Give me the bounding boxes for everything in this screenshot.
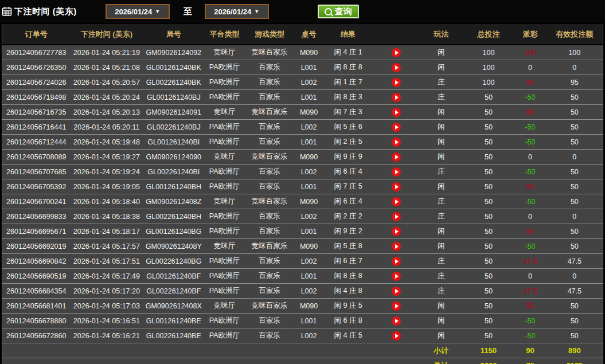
play-icon: [395, 80, 399, 85]
video-play-button[interactable]: [392, 302, 401, 311]
platform-type-cell: PA欧洲厅: [204, 60, 245, 75]
bet-time-filter-label: 下注时间 (美东): [14, 6, 77, 17]
play-side-cell: 闲: [419, 105, 463, 120]
play-side-cell: 闲: [419, 299, 463, 314]
video-play-button[interactable]: [392, 63, 401, 72]
result-cell: 闲 8 庄 8: [323, 60, 373, 75]
video-play-button[interactable]: [392, 316, 401, 326]
play-side-cell: 闲: [419, 135, 463, 150]
bet-time-cell: 2026-01-24 05:17:49: [70, 269, 143, 284]
video-play-button[interactable]: [392, 272, 401, 281]
table-row: 2601240566956712026-01-24 05:18:17GL0012…: [2, 224, 603, 239]
round-id-cell: GL001261240BF: [143, 269, 204, 284]
video-play-button[interactable]: [392, 212, 401, 221]
total-bet-cell: 50: [463, 194, 514, 209]
date-to-select[interactable]: 2026/01/24 ▼: [205, 4, 269, 19]
total-bet-cell: 50: [463, 224, 514, 239]
round-id-cell: GL002261240BH: [143, 209, 204, 224]
game-type-cell: 竞咪百家乐: [245, 299, 295, 314]
total-bet-cell: 50: [463, 269, 514, 284]
bet-time-cell: 2026-01-24 05:20:24: [70, 90, 143, 105]
table-no-cell: L002: [294, 209, 323, 224]
table-no-cell: L001: [294, 135, 323, 150]
col-valid-bet: 有效投注额: [547, 24, 603, 45]
total-bet-cell: 100: [463, 60, 514, 75]
payout-cell: -50: [514, 328, 546, 343]
play-side-cell: 闲: [419, 120, 463, 135]
payout-cell: 50: [514, 299, 546, 314]
video-play-button[interactable]: [392, 242, 401, 251]
order-id-cell: 260124056708089: [2, 150, 71, 165]
order-id-cell: 260124056699833: [2, 209, 71, 224]
bet-time-cell: 2026-01-24 05:20:57: [70, 75, 143, 90]
play-icon: [395, 289, 399, 293]
subtotal-label: 小计: [419, 343, 463, 358]
table-no-cell: M090: [294, 299, 323, 314]
table-no-cell: L001: [294, 224, 323, 239]
order-id-cell: 260124056692019: [2, 239, 71, 254]
bet-time-cell: 2026-01-24 05:16:51: [70, 314, 143, 328]
order-id-cell: 260124056712444: [2, 135, 71, 150]
video-play-button[interactable]: [392, 257, 401, 266]
video-play-button[interactable]: [392, 138, 401, 147]
table-no-cell: L002: [294, 284, 323, 299]
table-no-cell: L001: [294, 90, 323, 105]
video-play-button[interactable]: [392, 78, 401, 87]
payout-cell: -50: [514, 314, 546, 328]
valid-bet-cell: 50: [547, 328, 603, 343]
payout-cell: 47.5: [514, 284, 546, 299]
table-footer: 小计 1150 90 890 总计 2600 75 2175: [2, 343, 603, 364]
bet-time-cell: 2026-01-24 05:17:03: [70, 299, 143, 314]
chevron-down-icon: ▼: [254, 9, 259, 14]
bet-time-cell: 2026-01-24 05:16:21: [70, 328, 143, 343]
platform-type-cell: PA欧洲厅: [204, 165, 245, 179]
order-id-cell: 260124056724026: [2, 75, 71, 90]
play-icon: [395, 50, 399, 55]
video-cell: [373, 224, 419, 239]
round-id-cell: GL002261240BI: [143, 165, 204, 179]
total-bet-cell: 100: [463, 75, 514, 90]
play-icon: [395, 125, 399, 130]
play-icon: [395, 304, 399, 308]
game-type-cell: 百家乐: [245, 179, 295, 194]
payout-cell: -50: [514, 90, 546, 105]
bet-time-cell: 2026-01-24 05:19:05: [70, 179, 143, 194]
play-icon: [395, 110, 399, 115]
video-cell: [373, 328, 419, 343]
valid-bet-cell: 50: [547, 299, 603, 314]
video-play-button[interactable]: [392, 331, 401, 340]
play-side-cell: 闲: [419, 60, 463, 75]
col-round-id: 局号: [143, 24, 204, 45]
payout-cell: -50: [514, 165, 546, 179]
date-from-select[interactable]: 2026/01/24 ▼: [106, 4, 170, 19]
video-play-button[interactable]: [392, 123, 401, 132]
round-id-cell: GL002261240BJ: [143, 120, 204, 135]
video-play-button[interactable]: [392, 93, 401, 102]
play-icon: [395, 170, 399, 174]
video-cell: [373, 60, 419, 75]
video-play-button[interactable]: [392, 152, 401, 162]
table-row: 2601240566905192026-01-24 05:17:49GL0012…: [2, 269, 603, 284]
video-play-button[interactable]: [392, 287, 401, 296]
platform-type-cell: PA欧洲厅: [204, 209, 245, 224]
search-button[interactable]: 查询: [318, 5, 359, 18]
video-play-button[interactable]: [392, 48, 401, 57]
platform-type-cell: PA欧洲厅: [204, 328, 245, 343]
table-no-cell: L002: [294, 165, 323, 179]
video-play-button[interactable]: [392, 182, 401, 191]
bet-time-cell: 2026-01-24 05:18:38: [70, 209, 143, 224]
video-play-button[interactable]: [392, 167, 401, 177]
col-platform-type: 平台类型: [204, 24, 245, 45]
subtotal-payout: 90: [514, 343, 546, 358]
table-row: 2601240566920192026-01-24 05:17:57GM0902…: [2, 239, 603, 254]
bet-time-cell: 2026-01-24 05:19:27: [70, 150, 143, 165]
video-cell: [373, 150, 419, 165]
video-play-button[interactable]: [392, 197, 401, 206]
valid-bet-cell: 50: [547, 179, 603, 194]
table-no-cell: L001: [294, 314, 323, 328]
valid-bet-cell: 0: [547, 60, 603, 75]
valid-bet-cell: 50: [547, 120, 603, 135]
video-play-button[interactable]: [392, 108, 401, 117]
video-play-button[interactable]: [392, 227, 401, 236]
payout-cell: 0: [514, 269, 546, 284]
